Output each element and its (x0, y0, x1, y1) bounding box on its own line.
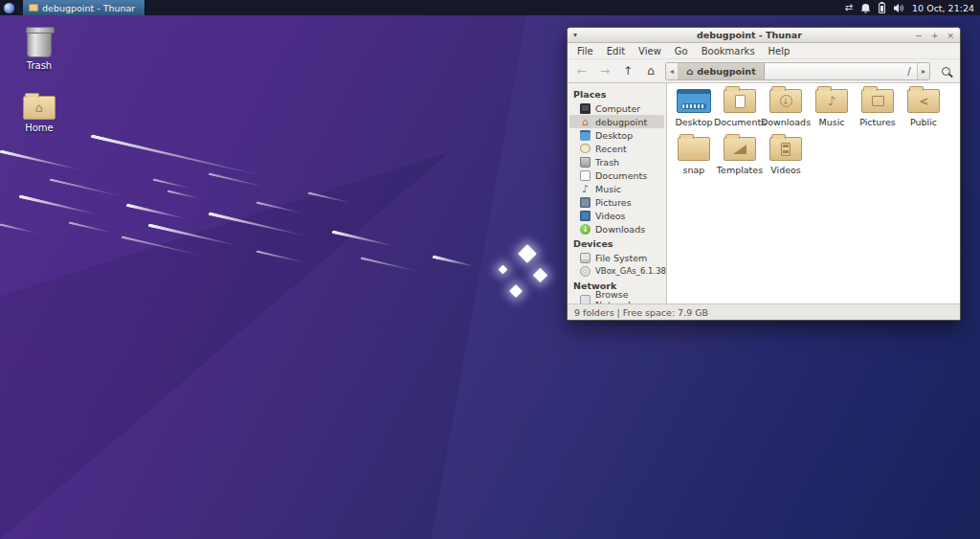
picture-icon (580, 197, 590, 208)
music-note-icon: ♪ (580, 184, 590, 194)
sidebar-item-pictures[interactable]: Pictures (568, 195, 666, 209)
sidebar-item-debugpoint[interactable]: ⌂ debugpoint (569, 115, 664, 128)
file-label: Downloads (761, 117, 811, 127)
desktop-icon-label: Trash (9, 60, 70, 71)
comet-streak (167, 190, 202, 200)
plain-folder-icon (678, 137, 710, 161)
comet-streak (50, 178, 125, 198)
window-title: debugpoint - Thunar (587, 30, 912, 40)
desktop-icon-trash[interactable]: Trash (9, 29, 70, 71)
menu-view[interactable]: View (633, 45, 667, 57)
file-view[interactable]: Desktop Documents ↓ Downloads ♪ Music Pi… (667, 83, 960, 303)
comet-streak (19, 194, 100, 216)
desktop-icon-label: Home (9, 123, 70, 133)
close-button[interactable]: × (947, 31, 954, 40)
documents-folder-icon (724, 89, 756, 113)
edit-path-icon[interactable]: / (902, 66, 917, 77)
window-menu-icon[interactable]: ▾ (573, 31, 587, 39)
network-icon[interactable]: ⇄ (845, 0, 853, 15)
comet-streak (126, 203, 188, 221)
file-music[interactable]: ♪ Music (809, 89, 855, 127)
document-icon (580, 170, 590, 181)
file-label: Documents (714, 117, 766, 127)
templates-folder-icon (724, 137, 756, 161)
path-button-debugpoint[interactable]: ⌂ debugpoint (679, 63, 765, 79)
folder-icon (29, 4, 38, 11)
file-videos[interactable]: Videos (763, 137, 809, 175)
menu-help[interactable]: Help (763, 45, 796, 57)
maximize-button[interactable]: + (931, 31, 939, 40)
file-label: Templates (717, 165, 763, 175)
desktop-folder-icon (677, 89, 711, 113)
notification-bell-icon[interactable] (860, 2, 871, 13)
battery-icon[interactable] (879, 3, 885, 13)
home-icon: ⌂ (686, 66, 693, 77)
forward-button[interactable]: → (594, 62, 615, 80)
menu-bookmarks[interactable]: Bookmarks (696, 45, 761, 57)
file-desktop[interactable]: Desktop (671, 89, 717, 127)
comet-streak (0, 149, 82, 172)
app-launcher-icon[interactable] (4, 3, 14, 13)
statusbar: 9 folders | Free space: 7.9 GB (568, 303, 960, 320)
drive-icon (580, 253, 590, 263)
menu-file[interactable]: File (571, 45, 599, 57)
sidebar-item-music[interactable]: ♪ Music (568, 182, 666, 195)
file-label: Videos (770, 165, 801, 175)
sidebar-item-browse-network[interactable]: Browse Network (568, 293, 666, 303)
clock-icon (580, 144, 590, 153)
sidebar-section-places: Places (568, 86, 666, 101)
home-button[interactable]: ⌂ (640, 62, 661, 80)
top-panel: debugpoint - Thunar ⇄ 10 Oct, 21:24 (0, 0, 980, 15)
trash-icon (580, 157, 590, 168)
file-snap[interactable]: snap (671, 137, 717, 175)
file-templates[interactable]: Templates (717, 137, 763, 175)
desktop-icon (580, 130, 590, 141)
search-button[interactable] (935, 62, 956, 80)
back-button[interactable]: ← (571, 62, 592, 80)
sidebar-item-trash[interactable]: Trash (568, 155, 666, 168)
thunar-window: ▾ debugpoint - Thunar − + × File Edit Vi… (567, 27, 961, 321)
sidebar-item-recent[interactable]: Recent (568, 142, 666, 155)
music-folder-icon: ♪ (815, 89, 848, 113)
minimize-button[interactable]: − (915, 31, 923, 40)
toolbar: ← → ↑ ⌂ ◂ ⌂ debugpoint / ▸ (568, 59, 960, 83)
sidebar-item-label: Trash (595, 157, 619, 168)
file-documents[interactable]: Documents (717, 89, 763, 127)
comet-streak (0, 223, 39, 235)
sidebar-item-desktop[interactable]: Desktop (568, 128, 666, 142)
path-scroll-left-icon[interactable]: ◂ (666, 63, 679, 79)
comet-streak (153, 178, 193, 190)
sidebar-item-label: Computer (595, 103, 640, 114)
sidebar-item-videos[interactable]: Videos (568, 209, 666, 222)
sidebar-item-label: File System (595, 253, 647, 263)
titlebar[interactable]: ▾ debugpoint - Thunar − + × (568, 28, 960, 43)
sidebar-item-label: Music (595, 184, 621, 194)
network-icon (580, 295, 590, 304)
path-scroll-right-icon[interactable]: ▸ (917, 63, 929, 79)
sidebar-item-downloads[interactable]: ↓ Downloads (568, 222, 666, 236)
file-public[interactable]: < Public (901, 89, 947, 127)
comet-streak (69, 221, 116, 235)
file-pictures[interactable]: Pictures (855, 89, 901, 127)
sidebar-item-label: Browse Network (595, 289, 660, 303)
task-button[interactable]: debugpoint - Thunar (23, 0, 145, 15)
sidebar-item-label: Downloads (595, 224, 645, 235)
path-button-label: debugpoint (697, 66, 756, 77)
disc-icon (580, 266, 590, 277)
file-downloads[interactable]: ↓ Downloads (763, 89, 809, 127)
sidebar-item-documents[interactable]: Documents (568, 168, 666, 182)
menu-go[interactable]: Go (669, 45, 694, 57)
home-icon: ⌂ (580, 117, 590, 127)
up-button[interactable]: ↑ (617, 62, 638, 80)
menu-edit[interactable]: Edit (601, 45, 631, 57)
sidebar-item-file-system[interactable]: File System (568, 251, 666, 264)
sidebar-item-computer[interactable]: Computer (568, 101, 666, 115)
desktop-icon-home[interactable]: ⌂ Home (9, 96, 70, 133)
downloads-icon: ↓ (580, 224, 590, 235)
panel-clock[interactable]: 10 Oct, 21:24 (912, 3, 974, 13)
home-folder-icon: ⌂ (23, 96, 56, 120)
volume-icon[interactable] (893, 3, 904, 13)
video-icon (580, 211, 590, 221)
statusbar-text: 9 folders | Free space: 7.9 GB (574, 307, 708, 318)
sidebar-item-vbox-gas[interactable]: VBox_GAs_6.1.38 ▴ (568, 264, 666, 278)
